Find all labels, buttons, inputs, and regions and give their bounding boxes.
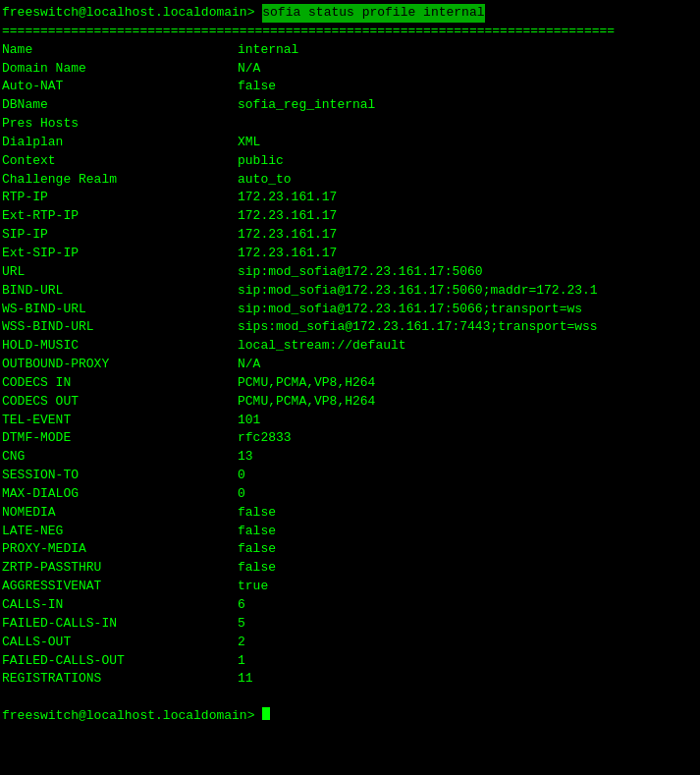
row-value: 172.23.161.17 (238, 207, 337, 226)
row-value: sip:mod_sofia@172.23.161.17:5060 (238, 263, 483, 282)
row-value: PCMU,PCMA,VP8,H264 (238, 393, 375, 412)
row-label: FAILED-CALLS-IN (2, 615, 238, 634)
data-rows: NameinternalDomain NameN/AAuto-NATfalseD… (2, 41, 698, 690)
separator: ========================================… (2, 23, 698, 41)
table-row: DialplanXML (2, 134, 698, 152)
row-value: XML (238, 134, 260, 152)
final-prompt-line: freeswitch@localhost.localdomain> (2, 707, 698, 726)
table-row: OUTBOUND-PROXYN/A (2, 356, 698, 374)
table-row: Ext-SIP-IP172.23.161.17 (2, 245, 698, 263)
row-label: OUTBOUND-PROXY (2, 356, 238, 374)
row-label: CODECS IN (2, 374, 238, 393)
table-row: WSS-BIND-URLsips:mod_sofia@172.23.161.17… (2, 318, 698, 337)
row-label: Context (2, 152, 238, 171)
table-row: REGISTRATIONS11 (2, 670, 698, 689)
table-row: AGGRESSIVENATtrue (2, 578, 698, 596)
row-value: 172.23.161.17 (238, 189, 337, 207)
row-label: HOLD-MUSIC (2, 337, 238, 356)
row-value: rfc2833 (238, 429, 292, 448)
row-value: 0 (238, 467, 245, 485)
row-label: CODECS OUT (2, 393, 238, 412)
table-row: Challenge Realmauto_to (2, 171, 698, 190)
table-row: ZRTP-PASSTHRUfalse (2, 559, 698, 578)
row-label: MAX-DIALOG (2, 485, 238, 504)
table-row: Ext-RTP-IP172.23.161.17 (2, 207, 698, 226)
row-label: BIND-URL (2, 282, 238, 301)
table-row: FAILED-CALLS-OUT1 (2, 652, 698, 671)
table-row: BIND-URLsip:mod_sofia@172.23.161.17:5060… (2, 282, 698, 301)
terminal: freeswitch@localhost.localdomain> sofia … (0, 0, 700, 730)
row-label: URL (2, 263, 238, 282)
table-row: CODECS INPCMU,PCMA,VP8,H264 (2, 374, 698, 393)
prompt2: freeswitch@localhost.localdomain> (2, 707, 262, 726)
row-value: 11 (238, 670, 253, 689)
row-value: 172.23.161.17 (238, 226, 337, 245)
row-value: false (238, 504, 276, 523)
table-row: HOLD-MUSIClocal_stream://default (2, 337, 698, 356)
row-label: CNG (2, 448, 238, 467)
command: sofia status profile internal (262, 4, 484, 23)
table-row: CNG13 (2, 448, 698, 467)
row-label: NOMEDIA (2, 504, 238, 523)
command-line: freeswitch@localhost.localdomain> sofia … (2, 4, 698, 23)
table-row: URLsip:mod_sofia@172.23.161.17:5060 (2, 263, 698, 282)
table-row: SIP-IP172.23.161.17 (2, 226, 698, 245)
table-row: Nameinternal (2, 41, 698, 60)
row-value: 6 (238, 596, 245, 615)
row-label: Ext-SIP-IP (2, 245, 238, 263)
row-label: SIP-IP (2, 226, 238, 245)
row-label: SESSION-TO (2, 467, 238, 485)
table-row: LATE-NEGfalse (2, 523, 698, 541)
row-value: 0 (238, 485, 245, 504)
cursor (262, 707, 270, 720)
table-row: DBNamesofia_reg_internal (2, 96, 698, 115)
table-row: TEL-EVENT101 (2, 412, 698, 430)
row-value: 5 (238, 615, 245, 634)
row-label: FAILED-CALLS-OUT (2, 652, 238, 671)
row-value: 13 (238, 448, 253, 467)
row-label: PROXY-MEDIA (2, 540, 238, 559)
row-value: internal (238, 41, 298, 60)
row-label: CALLS-IN (2, 596, 238, 615)
row-value: 1 (238, 652, 245, 671)
row-label: Domain Name (2, 60, 238, 79)
table-row: DTMF-MODErfc2833 (2, 429, 698, 448)
table-row: CODECS OUTPCMU,PCMA,VP8,H264 (2, 393, 698, 412)
row-value: sip:mod_sofia@172.23.161.17:5060;maddr=1… (238, 282, 598, 301)
table-row: Contextpublic (2, 152, 698, 171)
table-row: WS-BIND-URLsip:mod_sofia@172.23.161.17:5… (2, 301, 698, 319)
row-value: false (238, 78, 276, 96)
row-value: public (238, 152, 284, 171)
row-label: Dialplan (2, 134, 238, 152)
row-label: Ext-RTP-IP (2, 207, 238, 226)
table-row: SESSION-TO0 (2, 467, 698, 485)
row-value: false (238, 540, 276, 559)
row-label: Auto-NAT (2, 78, 238, 96)
row-label: TEL-EVENT (2, 412, 238, 430)
row-value: false (238, 559, 276, 578)
row-label: Challenge Realm (2, 171, 238, 190)
table-row: CALLS-OUT2 (2, 634, 698, 652)
row-label: AGGRESSIVENAT (2, 578, 238, 596)
row-label: RTP-IP (2, 189, 238, 207)
row-value: sofia_reg_internal (238, 96, 375, 115)
row-value: auto_to (238, 171, 292, 190)
table-row: MAX-DIALOG0 (2, 485, 698, 504)
row-label: WS-BIND-URL (2, 301, 238, 319)
row-label: ZRTP-PASSTHRU (2, 559, 238, 578)
row-value: sip:mod_sofia@172.23.161.17:5066;transpo… (238, 301, 582, 319)
row-value: PCMU,PCMA,VP8,H264 (238, 374, 375, 393)
prompt1: freeswitch@localhost.localdomain> (2, 4, 262, 23)
table-row: NOMEDIAfalse (2, 504, 698, 523)
row-label: DTMF-MODE (2, 429, 238, 448)
row-label: WSS-BIND-URL (2, 318, 238, 337)
row-value: 172.23.161.17 (238, 245, 337, 263)
row-value: N/A (238, 356, 260, 374)
row-value: sips:mod_sofia@172.23.161.17:7443;transp… (238, 318, 598, 337)
table-row: CALLS-IN6 (2, 596, 698, 615)
empty-line (2, 689, 698, 707)
row-value: false (238, 523, 276, 541)
row-value: local_stream://default (238, 337, 406, 356)
row-label: Pres Hosts (2, 115, 238, 134)
row-value: 101 (238, 412, 260, 430)
